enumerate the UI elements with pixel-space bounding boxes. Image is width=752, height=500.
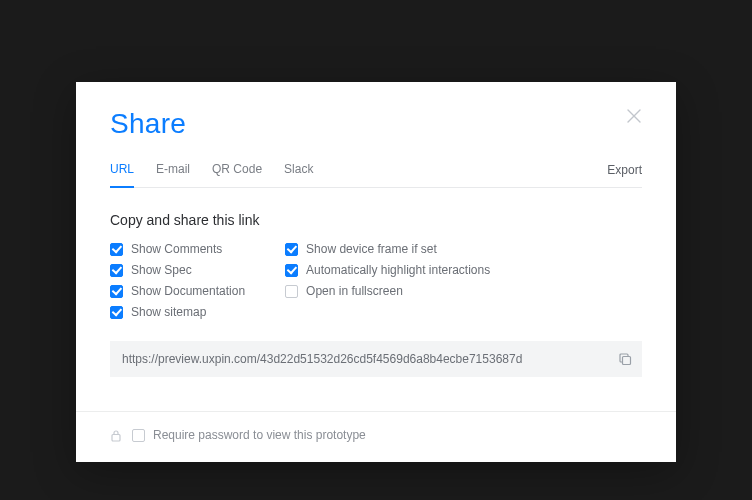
option-label: Automatically highlight interactions	[306, 263, 490, 277]
checkbox-icon	[285, 243, 298, 256]
modal-footer: Require password to view this prototype	[76, 411, 676, 462]
lock-icon	[110, 429, 122, 442]
close-icon[interactable]	[626, 108, 642, 124]
option-label: Show sitemap	[131, 305, 206, 319]
checkbox-icon	[285, 264, 298, 277]
option-highlight-interactions[interactable]: Automatically highlight interactions	[285, 263, 490, 277]
tab-qrcode[interactable]: QR Code	[212, 162, 262, 187]
svg-rect-1	[623, 357, 631, 365]
checkbox-icon	[110, 264, 123, 277]
svg-rect-2	[112, 434, 120, 441]
checkbox-icon	[110, 306, 123, 319]
modal-title: Share	[110, 108, 186, 140]
option-label: Require password to view this prototype	[153, 428, 366, 442]
share-url-text[interactable]: https://preview.uxpin.com/43d22d51532d26…	[122, 352, 522, 366]
option-label: Show device frame if set	[306, 242, 437, 256]
option-label: Show Comments	[131, 242, 222, 256]
option-show-spec[interactable]: Show Spec	[110, 263, 245, 277]
option-label: Open in fullscreen	[306, 284, 403, 298]
option-open-fullscreen[interactable]: Open in fullscreen	[285, 284, 490, 298]
checkbox-icon	[110, 285, 123, 298]
option-label: Show Spec	[131, 263, 192, 277]
export-link[interactable]: Export	[607, 163, 642, 187]
share-url-box: https://preview.uxpin.com/43d22d51532d26…	[110, 341, 642, 377]
share-tabs: URL E-mail QR Code Slack	[110, 162, 313, 187]
option-show-documentation[interactable]: Show Documentation	[110, 284, 245, 298]
checkbox-icon	[110, 243, 123, 256]
tab-slack[interactable]: Slack	[284, 162, 313, 187]
tab-email[interactable]: E-mail	[156, 162, 190, 187]
option-show-comments[interactable]: Show Comments	[110, 242, 245, 256]
option-require-password[interactable]: Require password to view this prototype	[132, 428, 366, 442]
section-title: Copy and share this link	[110, 212, 642, 228]
checkbox-icon	[285, 285, 298, 298]
copy-icon[interactable]	[618, 352, 632, 366]
share-modal: Share URL E-mail QR Code Slack Export Co…	[76, 82, 676, 462]
option-show-sitemap[interactable]: Show sitemap	[110, 305, 245, 319]
option-label: Show Documentation	[131, 284, 245, 298]
tab-url[interactable]: URL	[110, 162, 134, 188]
checkbox-icon	[132, 429, 145, 442]
option-device-frame[interactable]: Show device frame if set	[285, 242, 490, 256]
